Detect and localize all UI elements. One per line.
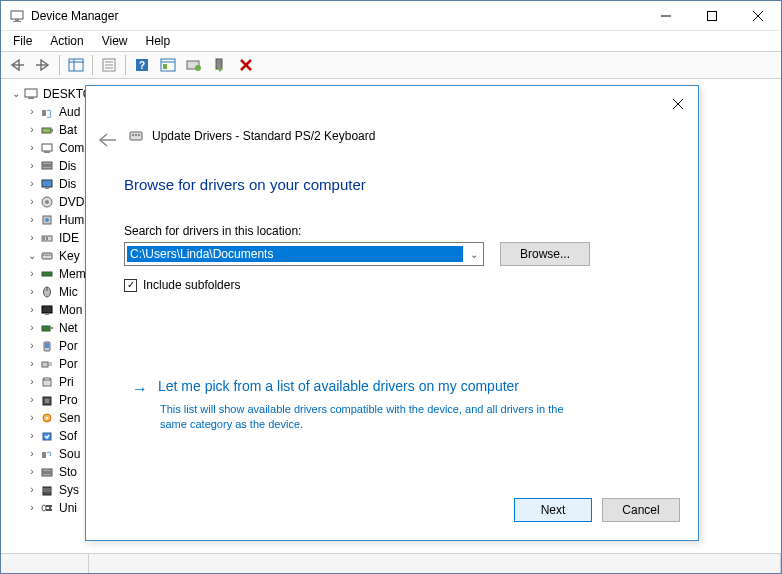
tree-item-label: Sen [59,409,80,427]
show-hide-tree-button[interactable] [64,53,88,77]
expand-icon[interactable]: › [25,211,39,229]
tree-item-label: Hum [59,211,84,229]
separator [59,55,60,75]
dialog-heading: Browse for drivers on your computer [124,176,366,193]
arrow-right-icon: → [132,380,148,398]
expand-icon[interactable]: › [25,409,39,427]
statusbar [1,553,781,573]
tree-item-label: Dis [59,175,76,193]
browse-button[interactable]: Browse... [500,242,590,266]
expand-icon[interactable]: › [25,499,39,517]
expand-icon[interactable]: › [25,319,39,337]
svg-rect-26 [25,89,37,97]
include-subfolders-checkbox[interactable]: ✓ [124,279,137,292]
expand-icon[interactable]: › [25,391,39,409]
tree-item-label: DVD [59,193,84,211]
pick-from-list-link[interactable]: Let me pick from a list of available dri… [158,378,519,394]
category-icon [39,159,55,173]
category-icon [39,213,55,227]
dialog-close-button[interactable] [668,94,688,114]
category-icon [39,177,55,191]
status-cell [89,554,781,573]
menu-help[interactable]: Help [138,32,179,50]
update-drivers-dialog: Update Drivers - Standard PS/2 Keyboard … [85,85,699,541]
svg-rect-42 [43,237,45,240]
svg-rect-29 [42,128,51,133]
svg-rect-36 [45,187,49,189]
expand-icon[interactable]: › [25,427,39,445]
pick-from-list-block[interactable]: → Let me pick from a list of available d… [132,378,658,432]
menu-action[interactable]: Action [42,32,91,50]
expand-icon[interactable]: › [25,355,39,373]
svg-point-73 [50,470,52,472]
svg-rect-1 [15,19,19,21]
expand-icon[interactable]: › [25,139,39,157]
svg-rect-56 [42,326,50,331]
expand-icon[interactable]: › [25,121,39,139]
tree-item-label: IDE [59,229,79,247]
expand-icon[interactable]: › [25,157,39,175]
category-icon [39,267,55,281]
next-button[interactable]: Next [514,498,592,522]
svg-rect-48 [49,255,51,257]
update-driver-button[interactable] [182,53,206,77]
collapse-icon[interactable]: ⌄ [25,247,39,265]
window-title: Device Manager [31,9,643,23]
forward-button[interactable] [31,53,55,77]
location-value: C:\Users\Linda\Documents [127,246,463,262]
expand-icon[interactable]: › [25,373,39,391]
expand-icon[interactable]: › [25,229,39,247]
expand-icon[interactable]: › [25,283,39,301]
dialog-back-button[interactable] [98,132,118,148]
svg-rect-50 [43,271,44,272]
uninstall-device-button[interactable] [234,53,258,77]
include-subfolders-row[interactable]: ✓ Include subfolders [124,278,240,292]
svg-rect-59 [45,343,49,348]
expand-icon[interactable]: ⌄ [9,85,23,103]
chevron-down-icon[interactable]: ⌄ [465,249,483,260]
back-button[interactable] [5,53,29,77]
close-button[interactable] [735,1,781,30]
svg-rect-2 [13,21,21,22]
expand-icon[interactable]: › [25,337,39,355]
svg-rect-86 [135,134,137,136]
expand-icon[interactable]: › [25,265,39,283]
category-icon [39,285,55,299]
menu-file[interactable]: File [5,32,40,50]
category-icon [39,447,55,461]
tree-item-label: Sto [59,463,77,481]
app-icon [9,8,25,24]
category-icon [39,195,55,209]
category-icon [39,123,55,137]
enable-device-button[interactable] [208,53,232,77]
category-icon [39,357,55,371]
properties-button[interactable] [97,53,121,77]
location-combobox[interactable]: C:\Users\Linda\Documents ⌄ [124,242,484,266]
tree-item-label: Bat [59,121,77,139]
expand-icon[interactable]: › [25,301,39,319]
category-icon [39,465,55,479]
svg-rect-85 [132,134,134,136]
svg-rect-64 [44,378,50,380]
expand-icon[interactable]: › [25,445,39,463]
svg-rect-45 [43,255,45,257]
tree-item-label: Pri [59,373,74,391]
expand-icon[interactable]: › [25,463,39,481]
svg-rect-4 [708,11,717,20]
svg-point-38 [45,200,49,204]
menu-view[interactable]: View [94,32,136,50]
include-subfolders-label: Include subfolders [143,278,240,292]
scan-hardware-button[interactable] [156,53,180,77]
help-button[interactable]: ? [130,53,154,77]
category-icon [39,501,55,515]
category-icon [39,483,55,497]
expand-icon[interactable]: › [25,103,39,121]
category-icon [39,249,55,263]
expand-icon[interactable]: › [25,481,39,499]
expand-icon[interactable]: › [25,175,39,193]
minimize-button[interactable] [643,1,689,30]
maximize-button[interactable] [689,1,735,30]
cancel-button[interactable]: Cancel [602,498,680,522]
expand-icon[interactable]: › [25,193,39,211]
svg-rect-66 [45,399,49,403]
